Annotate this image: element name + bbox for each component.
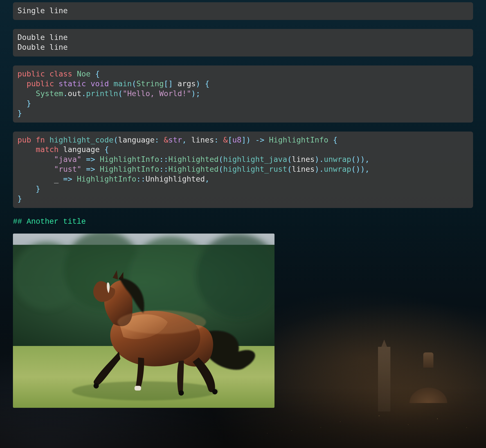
svg-point-7 xyxy=(72,381,218,401)
code-token: str xyxy=(168,135,182,144)
code-token: ( xyxy=(118,89,123,98)
code-token: . xyxy=(319,155,324,164)
code-token: { xyxy=(333,135,338,144)
markdown-heading: ## Another title xyxy=(13,217,473,227)
code-token: lines xyxy=(292,155,314,164)
code-token: _ xyxy=(54,175,58,183)
code-token: args xyxy=(177,79,196,88)
code-block-plain-single: Single line xyxy=(13,2,473,20)
svg-rect-8 xyxy=(134,386,141,391)
code-content: pub fn highlight_code(language: &str, li… xyxy=(17,135,370,203)
code-token xyxy=(17,79,27,88)
code-token: Noe xyxy=(77,69,95,78)
code-token: & xyxy=(223,135,228,144)
code-token: u8 xyxy=(232,135,242,144)
code-token: class xyxy=(50,69,77,78)
code-token: ()), xyxy=(351,155,370,164)
code-token: lines xyxy=(191,135,214,144)
code-token: static xyxy=(58,79,91,88)
code-token: { xyxy=(95,69,100,78)
code-token: ()), xyxy=(351,165,370,173)
code-token: HighlightInfo xyxy=(100,155,159,164)
code-token: unwrap xyxy=(324,165,351,173)
document-root: Single line Double line Double line publ… xyxy=(0,0,486,419)
code-block-plain-double: Double line Double line xyxy=(13,29,473,56)
code-token: fn xyxy=(36,135,50,144)
code-token: unwrap xyxy=(324,155,351,164)
code-token: } xyxy=(27,99,31,108)
code-token: ( xyxy=(113,135,118,144)
code-token: . xyxy=(63,89,68,98)
code-token: -> xyxy=(255,135,269,144)
code-token: :: xyxy=(159,155,168,164)
code-token xyxy=(17,99,27,108)
code-token: Highlighted xyxy=(168,155,219,164)
code-token: => xyxy=(82,165,100,173)
code-token: ( xyxy=(219,165,223,173)
code-token: public xyxy=(17,69,50,78)
code-token: . xyxy=(319,165,324,173)
code-token: "java" xyxy=(54,155,82,164)
code-content: Double line Double line xyxy=(17,33,68,51)
code-token: => xyxy=(82,155,100,164)
code-token: , xyxy=(182,135,191,144)
code-token: pub xyxy=(17,135,36,144)
code-token: & xyxy=(164,135,168,144)
code-token: language xyxy=(118,135,155,144)
code-block-java: public class Noe { public static void ma… xyxy=(13,65,473,123)
code-token: => xyxy=(58,175,77,183)
code-content: Single line xyxy=(17,6,68,15)
code-token: , xyxy=(205,175,210,183)
code-token: ) { xyxy=(196,79,210,88)
code-token: : xyxy=(214,135,223,144)
code-token: ) xyxy=(315,155,319,164)
code-token: [] xyxy=(164,79,177,88)
code-token: out xyxy=(68,89,82,98)
code-token: :: xyxy=(136,175,146,183)
code-token: ( xyxy=(287,155,292,164)
code-token: ( xyxy=(132,79,136,88)
code-token xyxy=(17,155,54,164)
code-token: . xyxy=(82,89,86,98)
code-token: highlight_rust xyxy=(223,165,287,173)
code-token: Unhighlighted xyxy=(145,175,205,183)
code-token: HighlightInfo xyxy=(269,135,333,144)
code-token: : xyxy=(155,135,164,144)
code-token xyxy=(17,175,54,183)
code-token: "rust" xyxy=(54,165,82,173)
code-token: void xyxy=(91,79,113,88)
code-token: lines xyxy=(292,165,314,173)
code-token: public xyxy=(27,79,59,88)
code-token: } xyxy=(36,184,40,193)
code-token: HighlightInfo xyxy=(100,165,159,173)
code-token: main xyxy=(113,79,132,88)
code-token: ]) xyxy=(242,135,255,144)
code-token xyxy=(17,89,36,98)
code-token: "Hello, World!" xyxy=(123,89,191,98)
code-token xyxy=(17,165,54,173)
svg-point-11 xyxy=(179,390,184,396)
code-token: match xyxy=(36,145,63,154)
code-token: highlight_code xyxy=(50,135,114,144)
horse-image xyxy=(13,234,274,408)
code-block-rust: pub fn highlight_code(language: &str, li… xyxy=(13,132,473,208)
code-token: ( xyxy=(219,155,223,164)
code-token: System xyxy=(36,89,63,98)
code-token: [ xyxy=(228,135,232,144)
code-token: highlight_java xyxy=(223,155,287,164)
code-content: public class Noe { public static void ma… xyxy=(17,69,210,117)
code-token: ); xyxy=(191,89,201,98)
code-token: Highlighted xyxy=(168,165,219,173)
svg-point-10 xyxy=(212,389,218,395)
code-token: { xyxy=(104,145,109,154)
code-token: } xyxy=(17,109,22,117)
code-token: String xyxy=(136,79,164,88)
code-token: } xyxy=(17,194,22,203)
svg-point-9 xyxy=(93,383,99,389)
code-token: language xyxy=(63,145,104,154)
svg-point-12 xyxy=(118,310,206,334)
code-token xyxy=(17,145,36,154)
code-token: HighlightInfo xyxy=(77,175,136,183)
code-token xyxy=(17,184,36,193)
code-token: println xyxy=(86,89,118,98)
